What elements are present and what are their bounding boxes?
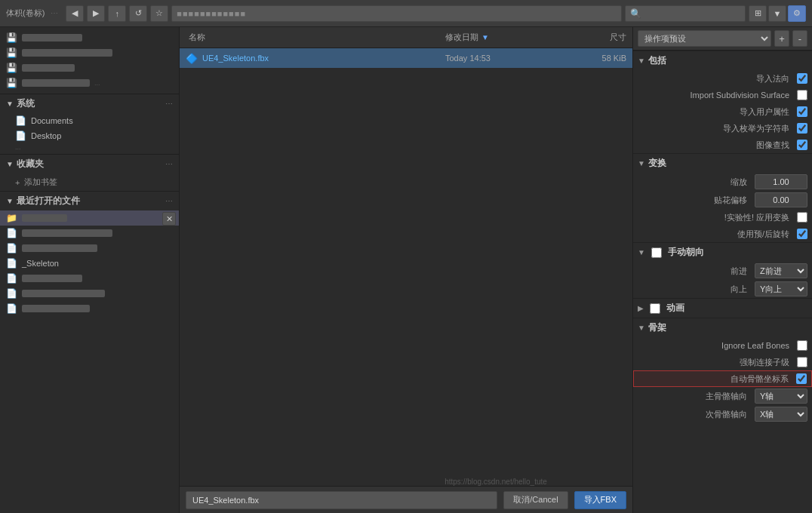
search-bar[interactable]: 🔍: [625, 5, 746, 22]
animation-section-title: 动画: [666, 302, 684, 315]
auto-bone-orientation-label: 自动骨骼坐标系: [638, 373, 793, 385]
desktop-icon: 📄: [15, 131, 26, 141]
add-bookmark-button[interactable]: + 添加书签: [0, 174, 179, 191]
prop-forward: 前进 Z前进: [633, 262, 812, 280]
recent-file-3[interactable]: 📄: [0, 241, 179, 256]
import-subdivision-checkbox[interactable]: [797, 90, 807, 100]
grid-view-button[interactable]: ⊞: [749, 5, 767, 22]
decal-offset-value[interactable]: 0.00: [755, 192, 807, 207]
system-dots: ⋯: [165, 100, 173, 108]
volume-items: 💾 💾 💾 💾 ...: [0, 27, 179, 94]
drive-icon-3: 💾: [6, 63, 17, 73]
fbx-file-icon: 🔷: [186, 53, 198, 64]
documents-icon: 📄: [15, 115, 26, 126]
add-icon: +: [15, 178, 20, 187]
recent-file-1[interactable]: 📁: [0, 210, 179, 226]
bookmarks-section-header[interactable]: ▼ 收藏夹 ⋯: [0, 154, 179, 174]
preset-select[interactable]: 操作项预设: [638, 30, 771, 47]
recent-close-button[interactable]: ✕: [162, 212, 176, 226]
preset-remove-button[interactable]: -: [792, 30, 807, 47]
cancel-button[interactable]: 取消/Cancel: [503, 491, 567, 509]
drive-icon-4: 💾: [6, 78, 17, 88]
include-section-header[interactable]: ▼ 包括: [633, 51, 812, 70]
primary-bone-axis-select[interactable]: Y轴: [755, 389, 807, 404]
skeleton-section-header[interactable]: ▼ 骨架: [633, 318, 812, 337]
auto-bone-orientation-checkbox[interactable]: [796, 373, 807, 384]
view-buttons: ⊞ ▼ ⚙: [749, 5, 806, 22]
use-prepost-rotation-checkbox[interactable]: [797, 229, 807, 239]
import-enum-string-checkbox[interactable]: [797, 123, 807, 134]
sidebar-item-documents[interactable]: 📄 Documents: [0, 113, 179, 128]
animation-section-header[interactable]: ▶ 动画: [633, 298, 812, 318]
include-section-title: 包括: [648, 54, 666, 67]
nav-forward-button[interactable]: ▶: [87, 5, 105, 22]
image-search-checkbox[interactable]: [797, 140, 807, 150]
recent-file-icon-7: 📄: [6, 303, 17, 314]
sidebar-item-desktop[interactable]: 📄 Desktop: [0, 128, 179, 143]
import-button[interactable]: 导入FBX: [574, 491, 626, 509]
recent-file-label-4: _Skeleton: [22, 259, 59, 268]
apply-transform-checkbox[interactable]: [797, 212, 807, 223]
scale-value[interactable]: 1.00: [755, 174, 807, 189]
filter-button[interactable]: ▼: [768, 5, 786, 22]
animation-checkbox[interactable]: [650, 303, 660, 314]
force-connect-children-checkbox[interactable]: [797, 357, 807, 367]
nav-up-button[interactable]: ↑: [108, 5, 126, 22]
recent-file-4[interactable]: 📄 _Skeleton: [0, 256, 179, 271]
volume-item-3[interactable]: 💾: [0, 60, 179, 75]
prop-secondary-bone-axis: 次骨骼轴向 X轴: [633, 405, 812, 423]
decal-offset-label: 贴花偏移: [638, 195, 752, 206]
prop-apply-transform: !实验性! 应用变换: [633, 209, 812, 226]
recent-file-7[interactable]: 📄: [0, 301, 179, 316]
settings-button[interactable]: ⚙: [788, 5, 806, 22]
prop-primary-bone-axis: 主骨骼轴向 Y轴: [633, 387, 812, 405]
system-section-header[interactable]: ▼ 系统 ⋯: [0, 94, 179, 113]
manual-orient-section-header[interactable]: ▼ 手动朝向: [633, 242, 812, 262]
volume-item-4[interactable]: 💾 ...: [0, 75, 179, 91]
ignore-leaf-bones-checkbox[interactable]: [797, 340, 807, 351]
bookmarks-dots: ⋯: [165, 160, 173, 168]
col-size-header[interactable]: 尺寸: [566, 32, 626, 43]
nav-back-button[interactable]: ◀: [66, 5, 84, 22]
recent-section-header[interactable]: ▼ 最近打开的文件 ⋯: [0, 191, 179, 210]
forward-select[interactable]: Z前进: [755, 263, 807, 278]
recent-files-panel: ✕ 📁 📄 📄 📄 _Skeleton: [0, 210, 179, 513]
secondary-bone-axis-select[interactable]: X轴: [755, 407, 807, 422]
skeleton-arrow-icon: ▼: [638, 324, 645, 332]
file-row-ue4skeleton[interactable]: 🔷 UE4_Skeleton.fbx Today 14:53 58 KiB: [180, 48, 632, 68]
transform-section-header[interactable]: ▼ 变换: [633, 153, 812, 173]
col-name-header[interactable]: 名称: [186, 32, 445, 43]
search-icon: 🔍: [630, 8, 641, 19]
manual-orient-checkbox[interactable]: [651, 247, 662, 258]
import-custom-attribs-checkbox[interactable]: [797, 106, 807, 117]
path-bar[interactable]: ■■■■■■■■■■■■: [171, 5, 622, 22]
secondary-bone-axis-label: 次骨骼轴向: [638, 409, 752, 420]
bookmarks-section-title: 收藏夹: [17, 158, 165, 170]
recent-file-icon-4: 📄: [6, 258, 17, 269]
volume-more-4: ...: [94, 79, 100, 87]
primary-bone-axis-label: 主骨骼轴向: [638, 391, 752, 402]
recent-file-icon-1: 📁: [6, 213, 17, 223]
prop-decal-offset: 贴花偏移 0.00: [633, 191, 812, 209]
recent-file-label-2: [22, 229, 112, 237]
recent-file-5[interactable]: 📄: [0, 271, 179, 286]
use-prepost-rotation-label: 使用预/后旋转: [638, 229, 794, 240]
forward-label: 前进: [638, 266, 752, 277]
bookmarks-arrow-icon: ▼: [6, 160, 14, 168]
volume-item-1[interactable]: 💾: [0, 30, 179, 45]
preset-add-button[interactable]: +: [774, 30, 789, 47]
volume-item-2[interactable]: 💾: [0, 45, 179, 60]
import-normals-checkbox[interactable]: [797, 73, 807, 84]
preset-bar: 操作项预设 + -: [633, 27, 812, 51]
filename-input[interactable]: [186, 491, 497, 509]
force-connect-children-label: 强制连接子级: [638, 357, 794, 368]
nav-refresh-button[interactable]: ↺: [129, 5, 147, 22]
up-select[interactable]: Y向上: [755, 281, 807, 296]
col-date-header[interactable]: 修改日期 ▼: [445, 32, 566, 43]
recent-file-icon-5: 📄: [6, 273, 17, 284]
system-more: ...: [0, 143, 179, 154]
recent-file-6[interactable]: 📄: [0, 286, 179, 301]
recent-file-2[interactable]: 📄: [0, 226, 179, 241]
nav-bookmark-button[interactable]: ☆: [150, 5, 168, 22]
volume-dots: ⋯: [51, 9, 58, 17]
